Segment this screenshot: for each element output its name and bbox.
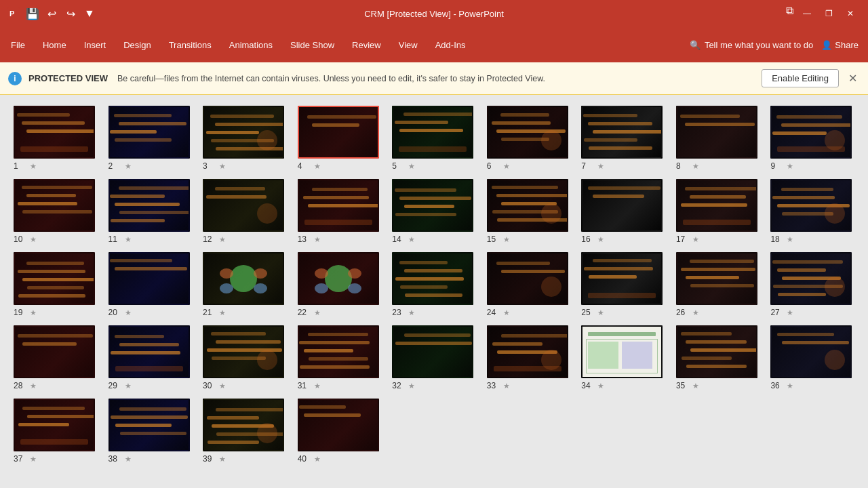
slide-favorite-star[interactable]: ★ [125, 162, 132, 171]
slide-thumbnail[interactable] [108, 399, 190, 451]
slide-item[interactable]: 31 ★ [298, 325, 382, 390]
slide-item[interactable]: 39 ★ [203, 399, 287, 464]
slide-thumbnail[interactable] [487, 325, 568, 378]
slide-item[interactable]: 12 ★ [203, 179, 287, 244]
slide-favorite-star[interactable]: ★ [692, 162, 699, 171]
slide-item[interactable]: 9 ★ [770, 106, 854, 171]
slide-item[interactable]: 26 ★ [676, 252, 760, 317]
slide-favorite-star[interactable]: ★ [787, 308, 793, 317]
slide-item[interactable]: 3 ★ [203, 106, 287, 171]
tab-addins[interactable]: Add-Ins [427, 27, 474, 62]
slide-thumbnail[interactable] [581, 325, 663, 378]
slide-thumbnail[interactable] [487, 179, 568, 232]
undo-icon[interactable]: ↩ [45, 7, 58, 20]
tab-insert[interactable]: Insert [76, 27, 115, 62]
slide-item[interactable]: 27 ★ [770, 252, 854, 317]
slide-item[interactable]: 36 ★ [770, 325, 854, 390]
tab-transitions[interactable]: Transitions [161, 27, 220, 62]
slide-favorite-star[interactable]: ★ [314, 308, 321, 317]
slide-thumbnail[interactable] [203, 325, 284, 378]
slide-favorite-star[interactable]: ★ [314, 162, 321, 171]
slide-thumbnail[interactable] [487, 106, 568, 159]
tab-slideshow[interactable]: Slide Show [282, 27, 342, 62]
slide-favorite-star[interactable]: ★ [787, 382, 793, 390]
slide-item[interactable]: 18 ★ [770, 179, 854, 244]
slide-thumbnail[interactable] [298, 325, 379, 378]
slide-item[interactable]: 37 ★ [14, 399, 98, 464]
slide-thumbnail[interactable] [676, 179, 757, 232]
slide-item[interactable]: 10 ★ [14, 179, 98, 244]
slide-thumbnail[interactable] [770, 106, 852, 159]
slide-item[interactable]: 1 ★ [14, 106, 98, 171]
tab-animations[interactable]: Animations [221, 27, 281, 62]
slide-item[interactable]: 17 ★ [676, 179, 760, 244]
maximize-button[interactable]: ❐ [818, 4, 840, 23]
slide-item[interactable]: 14 ★ [392, 179, 476, 244]
slide-favorite-star[interactable]: ★ [503, 162, 510, 171]
slide-favorite-star[interactable]: ★ [408, 382, 415, 390]
slide-favorite-star[interactable]: ★ [125, 235, 132, 244]
slide-favorite-star[interactable]: ★ [125, 382, 132, 390]
slide-favorite-star[interactable]: ★ [314, 235, 321, 244]
slide-thumbnail[interactable] [14, 252, 95, 305]
slide-item[interactable]: 21 ★ [203, 252, 287, 317]
slide-thumbnail[interactable] [392, 325, 473, 378]
slide-favorite-star[interactable]: ★ [30, 455, 37, 464]
slide-favorite-star[interactable]: ★ [125, 308, 132, 317]
slide-item[interactable]: 34 ★ [581, 325, 665, 390]
minimize-button[interactable]: — [796, 4, 818, 23]
slide-favorite-star[interactable]: ★ [692, 308, 699, 317]
slide-item[interactable]: 8 ★ [676, 106, 760, 171]
ribbon-search[interactable]: 🔍 Tell me what you want to do [690, 40, 813, 50]
slide-thumbnail[interactable] [298, 252, 379, 305]
slide-favorite-star[interactable]: ★ [787, 162, 793, 171]
slide-favorite-star[interactable]: ★ [692, 235, 699, 244]
slide-item[interactable]: 25 ★ [581, 252, 665, 317]
slide-item[interactable]: 38 ★ [108, 399, 193, 464]
slide-thumbnail[interactable] [770, 325, 852, 378]
slide-favorite-star[interactable]: ★ [30, 235, 37, 244]
slide-item[interactable]: 40 ★ [298, 399, 382, 464]
slide-thumbnail[interactable] [203, 399, 284, 451]
slide-item[interactable]: 2 ★ [108, 106, 193, 171]
slide-favorite-star[interactable]: ★ [408, 308, 415, 317]
slide-thumbnail[interactable] [14, 399, 95, 451]
slide-item[interactable]: 19 ★ [14, 252, 98, 317]
slide-favorite-star[interactable]: ★ [219, 382, 226, 390]
slide-favorite-star[interactable]: ★ [503, 382, 510, 390]
slide-thumbnail[interactable] [108, 106, 190, 159]
restore-down-icon[interactable]: ⧉ [783, 4, 796, 18]
slide-favorite-star[interactable]: ★ [692, 382, 699, 390]
tab-review[interactable]: Review [344, 27, 389, 62]
slide-thumbnail[interactable] [14, 325, 95, 378]
redo-icon[interactable]: ↪ [64, 7, 77, 20]
slide-item[interactable]: 30 ★ [203, 325, 287, 390]
tab-design[interactable]: Design [115, 27, 159, 62]
slide-thumbnail[interactable] [298, 179, 379, 232]
slide-thumbnail[interactable] [203, 106, 284, 159]
slide-item[interactable]: 33 ★ [487, 325, 571, 390]
slide-thumbnail[interactable] [487, 252, 568, 305]
slide-thumbnail[interactable] [581, 179, 663, 232]
slide-item[interactable]: 4 ★ [298, 106, 382, 171]
slide-thumbnail[interactable] [392, 179, 473, 232]
slide-favorite-star[interactable]: ★ [219, 308, 226, 317]
close-button[interactable]: ✕ [840, 4, 861, 23]
banner-close-button[interactable]: ✕ [846, 69, 860, 87]
slide-item[interactable]: 28 ★ [14, 325, 98, 390]
slide-thumbnail[interactable] [298, 106, 379, 159]
slide-item[interactable]: 20 ★ [108, 252, 193, 317]
slide-favorite-star[interactable]: ★ [30, 308, 37, 317]
slide-thumbnail[interactable] [392, 252, 473, 305]
slide-favorite-star[interactable]: ★ [408, 235, 415, 244]
slide-thumbnail[interactable] [108, 325, 190, 378]
save-icon[interactable]: 💾 [26, 7, 39, 20]
slide-item[interactable]: 23 ★ [392, 252, 476, 317]
slide-thumbnail[interactable] [203, 179, 284, 232]
share-button[interactable]: 👤 Share [814, 37, 865, 53]
slide-thumbnail[interactable] [581, 252, 663, 305]
enable-editing-button[interactable]: Enable Editing [762, 69, 839, 87]
slide-item[interactable]: 35 ★ [676, 325, 760, 390]
slide-item[interactable]: 29 ★ [108, 325, 193, 390]
slide-favorite-star[interactable]: ★ [30, 162, 37, 171]
